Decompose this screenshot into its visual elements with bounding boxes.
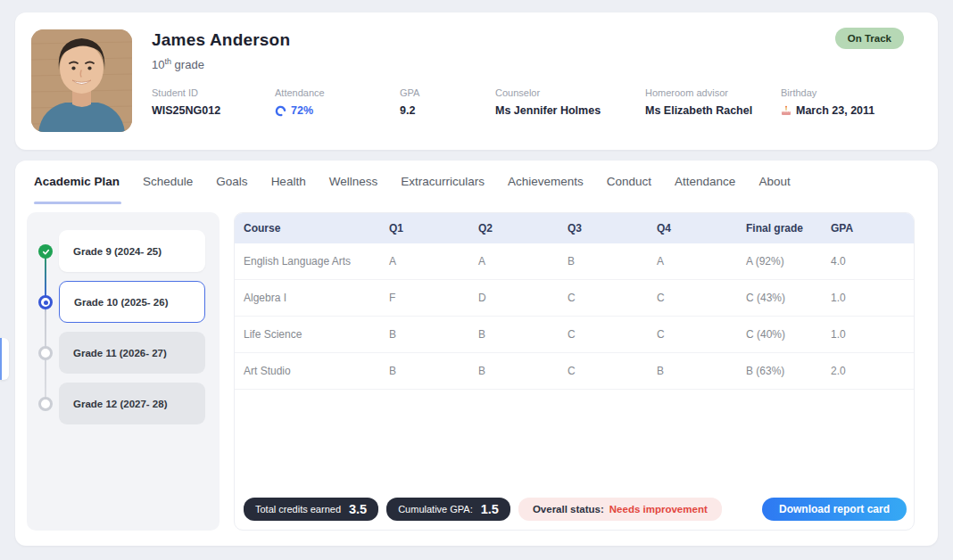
- table-row: Life Science B B C C C (40%) 1.0: [235, 317, 914, 353]
- table-header-row: Course Q1 Q2 Q3 Q4 Final grade GPA: [235, 213, 914, 243]
- download-report-card-button[interactable]: Download report card: [762, 498, 907, 521]
- grade-item-10[interactable]: Grade 10 (2025- 26): [59, 281, 205, 323]
- table-row: Algebra I F D C C C (43%) 1.0: [235, 280, 914, 317]
- status-badge: On Track: [835, 28, 904, 49]
- radio-empty-icon: [38, 397, 53, 411]
- grade-item-12[interactable]: Grade 12 (2027- 28): [59, 383, 205, 424]
- student-photo: [31, 29, 132, 132]
- tab-bar: Academic Plan Schedule Goals Health Well…: [34, 175, 920, 192]
- overall-status-value: Needs improvement: [609, 504, 708, 515]
- col-header-q2: Q2: [478, 222, 568, 235]
- timeline-connector: [45, 251, 46, 404]
- active-tab-underline: [34, 202, 121, 204]
- cumulative-gpa-pill: Cumulative GPA: 1.5: [386, 498, 510, 521]
- field-homeroom-advisor: Homeroom advisor Ms Elizabeth Rachel: [645, 87, 752, 117]
- field-attendance: Attendance 72%: [275, 87, 325, 117]
- overall-status-pill: Overall status: Needs improvement: [518, 498, 722, 521]
- tab-extracurriculars[interactable]: Extracurriculars: [401, 175, 485, 192]
- grade-timeline-sidebar: Grade 9 (2024- 25) Grade 10 (2025- 26) G…: [27, 212, 220, 531]
- student-profile-card: James Anderson 10th grade On Track Stude…: [15, 12, 938, 150]
- col-header-course: Course: [244, 222, 389, 235]
- tab-health[interactable]: Health: [271, 175, 306, 192]
- table-row: English Language Arts A A B A A (92%) 4.…: [235, 243, 914, 280]
- grade-item-9[interactable]: Grade 9 (2024- 25): [59, 230, 205, 272]
- progress-arc-icon: [275, 105, 286, 117]
- col-header-q1: Q1: [389, 222, 478, 235]
- field-gpa: GPA 9.2: [400, 87, 419, 117]
- cumulative-gpa-value: 1.5: [481, 502, 499, 516]
- edge-peek-tab[interactable]: [0, 338, 9, 380]
- tab-achievements[interactable]: Achievements: [508, 175, 584, 192]
- col-header-q3: Q3: [568, 222, 657, 235]
- field-birthday: Birthday March 23, 2011: [781, 87, 874, 117]
- field-student-id: Student ID WIS25NG012: [152, 87, 220, 117]
- student-grade: 10th grade: [152, 57, 204, 71]
- radio-selected-icon: [38, 295, 53, 309]
- tab-academic-plan[interactable]: Academic Plan: [34, 175, 120, 192]
- total-credits-value: 3.5: [349, 502, 367, 516]
- col-header-final: Final grade: [746, 222, 831, 235]
- cake-icon: [781, 105, 791, 116]
- academic-content-card: Academic Plan Schedule Goals Health Well…: [15, 161, 938, 546]
- total-credits-pill: Total credits earned 3.5: [244, 498, 378, 521]
- check-icon: [38, 244, 53, 259]
- field-counselor: Counselor Ms Jennifer Holmes: [495, 87, 601, 117]
- tab-wellness[interactable]: Wellness: [329, 175, 378, 192]
- course-grades-table: Course Q1 Q2 Q3 Q4 Final grade GPA Engli…: [234, 212, 915, 531]
- col-header-gpa: GPA: [831, 222, 914, 235]
- grade-item-11[interactable]: Grade 11 (2026- 27): [59, 332, 205, 374]
- avatar-illustration: [31, 29, 132, 132]
- summary-bar: Total credits earned 3.5 Cumulative GPA:…: [244, 498, 907, 521]
- tab-attendance[interactable]: Attendance: [675, 175, 735, 192]
- table-row: Art Studio B B C B B (63%) 2.0: [235, 353, 914, 390]
- col-header-q4: Q4: [657, 222, 746, 235]
- tab-schedule[interactable]: Schedule: [143, 175, 193, 192]
- student-name: James Anderson: [152, 30, 290, 50]
- tab-goals[interactable]: Goals: [216, 175, 247, 192]
- radio-empty-icon: [38, 346, 53, 360]
- tab-about[interactable]: About: [758, 175, 790, 192]
- tab-conduct[interactable]: Conduct: [607, 175, 651, 192]
